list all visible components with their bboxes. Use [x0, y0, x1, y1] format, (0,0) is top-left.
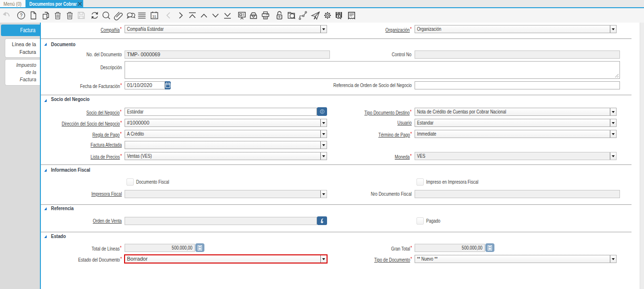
svg-text:?: ?	[20, 13, 23, 18]
svg-text:31: 31	[152, 14, 156, 19]
